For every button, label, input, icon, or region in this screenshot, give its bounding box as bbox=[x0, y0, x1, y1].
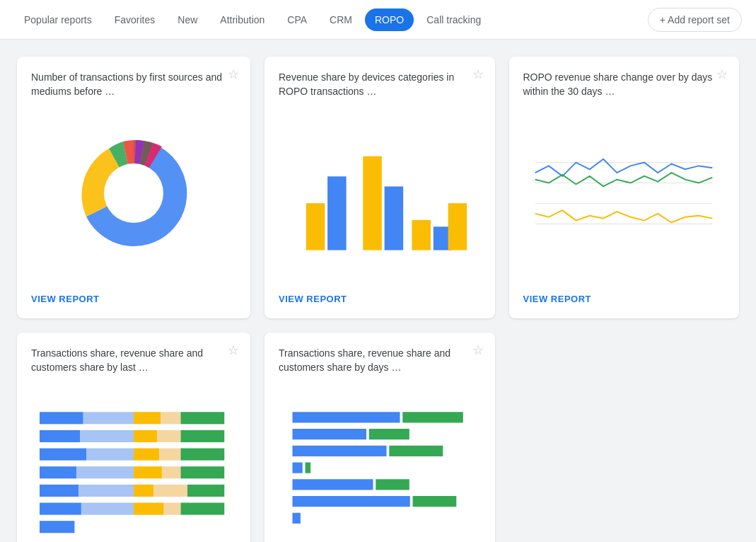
nav-crm[interactable]: CRM bbox=[320, 8, 362, 31]
svg-rect-20 bbox=[157, 430, 180, 442]
card-title-5: Transactions share, revenue share and cu… bbox=[279, 347, 477, 374]
svg-rect-27 bbox=[40, 466, 76, 478]
svg-rect-53 bbox=[292, 496, 409, 507]
svg-rect-52 bbox=[376, 479, 409, 490]
svg-rect-23 bbox=[87, 449, 134, 461]
nav-popular-reports[interactable]: Popular reports bbox=[14, 8, 102, 31]
svg-rect-42 bbox=[40, 521, 74, 533]
svg-rect-26 bbox=[181, 449, 225, 461]
svg-rect-24 bbox=[134, 449, 159, 461]
svg-rect-54 bbox=[412, 496, 456, 507]
svg-rect-21 bbox=[181, 430, 225, 442]
svg-rect-50 bbox=[305, 463, 310, 473]
line-chart-area bbox=[523, 110, 726, 277]
svg-rect-48 bbox=[389, 446, 443, 456]
svg-rect-7 bbox=[448, 203, 467, 250]
svg-rect-28 bbox=[76, 466, 134, 478]
nav-ropo[interactable]: ROPO bbox=[365, 8, 414, 31]
svg-rect-44 bbox=[402, 412, 463, 422]
svg-rect-2 bbox=[327, 176, 347, 250]
svg-rect-41 bbox=[181, 503, 225, 515]
donut-chart-area bbox=[31, 110, 236, 277]
nav-new[interactable]: New bbox=[168, 8, 207, 31]
card-transactions-share-days: Transactions share, revenue share and cu… bbox=[264, 333, 495, 542]
svg-rect-16 bbox=[181, 412, 225, 424]
svg-point-0 bbox=[104, 163, 163, 223]
favorite-star-4[interactable]: ☆ bbox=[228, 344, 239, 357]
svg-rect-39 bbox=[134, 503, 164, 515]
add-report-set-button[interactable]: + Add report set bbox=[648, 8, 742, 32]
view-report-link-3[interactable]: VIEW REPORT bbox=[523, 288, 726, 304]
svg-rect-31 bbox=[181, 466, 225, 478]
svg-rect-3 bbox=[363, 156, 382, 250]
svg-rect-29 bbox=[134, 466, 162, 478]
svg-rect-34 bbox=[134, 485, 154, 497]
card-title-2: Revenue share by devices categories in R… bbox=[279, 71, 477, 98]
svg-rect-51 bbox=[292, 479, 373, 490]
svg-rect-13 bbox=[83, 412, 134, 424]
svg-rect-19 bbox=[134, 430, 157, 442]
nav-call-tracking[interactable]: Call tracking bbox=[417, 8, 491, 31]
svg-rect-49 bbox=[292, 463, 302, 473]
svg-rect-33 bbox=[78, 485, 134, 497]
nav-bar: Popular reports Favorites New Attributio… bbox=[0, 0, 756, 40]
svg-rect-25 bbox=[159, 449, 180, 461]
view-report-link-1[interactable]: VIEW REPORT bbox=[31, 288, 236, 304]
svg-rect-40 bbox=[164, 503, 181, 515]
svg-rect-22 bbox=[40, 449, 87, 461]
bar-chart bbox=[291, 129, 468, 257]
svg-rect-35 bbox=[154, 485, 188, 497]
svg-rect-37 bbox=[40, 503, 81, 515]
svg-rect-36 bbox=[187, 485, 224, 497]
svg-rect-43 bbox=[292, 412, 400, 422]
favorite-star-1[interactable]: ☆ bbox=[228, 68, 239, 81]
favorite-star-5[interactable]: ☆ bbox=[472, 344, 484, 357]
svg-rect-17 bbox=[40, 430, 80, 442]
card-revenue-share-devices: Revenue share by devices categories in R… bbox=[264, 57, 495, 318]
reports-grid: Number of transactions by first sources … bbox=[0, 40, 756, 542]
svg-rect-30 bbox=[162, 466, 181, 478]
card-transactions-share-last: Transactions share, revenue share and cu… bbox=[17, 333, 250, 542]
bar-chart-area bbox=[279, 110, 481, 277]
view-report-link-2[interactable]: VIEW REPORT bbox=[279, 288, 481, 304]
card-ropo-revenue-change: ROPO revenue share change over by days w… bbox=[509, 57, 740, 318]
card-title-1: Number of transactions by first sources … bbox=[31, 71, 229, 98]
card-title-4: Transactions share, revenue share and cu… bbox=[31, 347, 229, 374]
stacked-bar-chart-area bbox=[31, 386, 236, 542]
svg-rect-32 bbox=[40, 485, 78, 497]
nav-attribution[interactable]: Attribution bbox=[210, 8, 274, 31]
card-title-3: ROPO revenue share change over by days w… bbox=[523, 71, 721, 98]
svg-rect-47 bbox=[292, 446, 386, 456]
line-chart bbox=[528, 133, 719, 253]
svg-rect-45 bbox=[292, 429, 366, 439]
favorite-star-2[interactable]: ☆ bbox=[472, 68, 484, 81]
donut-chart bbox=[74, 133, 194, 253]
svg-rect-55 bbox=[292, 513, 300, 524]
svg-rect-5 bbox=[412, 220, 431, 250]
svg-rect-38 bbox=[81, 503, 134, 515]
card-transactions-by-sources: Number of transactions by first sources … bbox=[17, 57, 250, 318]
nav-favorites[interactable]: Favorites bbox=[105, 8, 165, 31]
svg-rect-46 bbox=[369, 429, 409, 439]
svg-rect-4 bbox=[384, 187, 403, 250]
nav-cpa[interactable]: CPA bbox=[277, 8, 317, 31]
horiz-bar-chart bbox=[284, 402, 475, 536]
favorite-star-3[interactable]: ☆ bbox=[716, 68, 728, 81]
svg-rect-15 bbox=[161, 412, 181, 424]
svg-rect-14 bbox=[134, 412, 161, 424]
horiz-bar-chart-area bbox=[279, 386, 481, 542]
svg-rect-1 bbox=[306, 203, 325, 250]
stacked-bar-chart bbox=[31, 402, 236, 536]
svg-rect-12 bbox=[40, 412, 83, 424]
svg-rect-18 bbox=[80, 430, 134, 442]
